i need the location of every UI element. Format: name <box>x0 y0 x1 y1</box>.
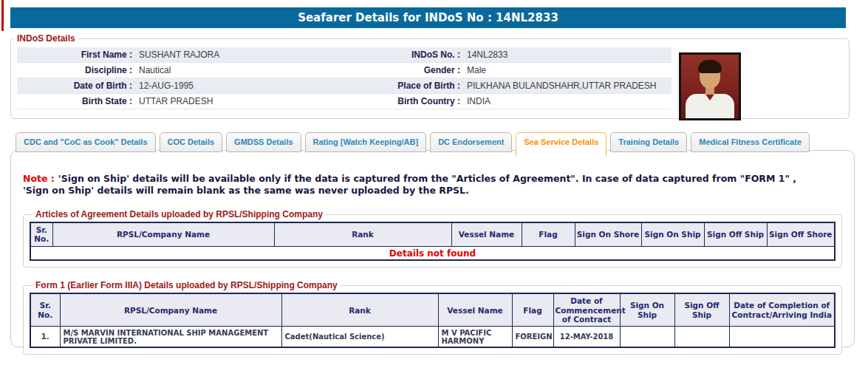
photo-hair <box>698 60 722 73</box>
col-vessel-name: Vessel Name <box>451 222 522 246</box>
col-sr-no: Sr. No. <box>30 293 60 327</box>
date-of-birth-label: Date of Birth : <box>17 78 137 93</box>
indos-row-discipline: Discipline : Nautical Gender : Male <box>17 63 671 78</box>
note-text: Note :'Sign on Ship' details will be ava… <box>23 173 813 197</box>
cell-flag: FOREIGN <box>512 327 553 347</box>
articles-of-agreement-section: Articles of Agreement Details uploaded b… <box>23 209 842 268</box>
form1-header-row: Sr. No. RPSL/Company Name Rank Vessel Na… <box>30 293 835 327</box>
col-flag: Flag <box>522 222 575 246</box>
col-sign-off-ship: Sign Off Ship <box>674 293 729 327</box>
cell-date-commencement: 12-MAY-2018 <box>553 327 620 347</box>
first-name-label: First Name : <box>17 47 137 62</box>
indos-no-value: 14NL2833 <box>465 47 671 62</box>
cell-sign-off-ship <box>674 327 729 347</box>
tab-training-details[interactable]: Training Details <box>610 132 687 152</box>
first-name-value: SUSHANT RAJORA <box>137 47 338 62</box>
form1-data-row: 1. M/S MARVIN INTERNATIONAL SHIP MANAGEM… <box>30 327 835 347</box>
col-rank: Rank <box>274 222 451 246</box>
birth-country-value: INDIA <box>465 94 671 109</box>
col-sign-off-ship: Sign Off Ship <box>704 222 767 246</box>
col-vessel-name: Vessel Name <box>438 293 512 327</box>
articles-of-agreement-legend: Articles of Agreement Details uploaded b… <box>33 209 326 219</box>
left-red-border <box>1 0 4 31</box>
col-flag: Flag <box>512 293 553 327</box>
articles-of-agreement-table: Sr. No. RPSL/Company Name Rank Vessel Na… <box>30 222 835 261</box>
sea-service-panel: CDC and "CoC as Cook" Details COC Detail… <box>10 150 855 347</box>
note-body: 'Sign on Ship' details will be available… <box>23 173 796 196</box>
col-sr-no: Sr. No. <box>30 222 52 246</box>
tab-bar: CDC and "CoC as Cook" Details COC Detail… <box>16 132 810 157</box>
cell-vessel-name: M V PACIFIC HARMONY <box>438 327 512 347</box>
seafarer-photo <box>679 52 741 120</box>
place-of-birth-label: Place of Birth : <box>338 78 465 93</box>
page-title: Seafarer Details for INDoS No : 14NL2833 <box>298 11 558 24</box>
birth-state-label: Birth State : <box>17 94 137 109</box>
col-sign-on-ship: Sign On Ship <box>641 222 704 246</box>
col-date-completion: Date of Completion of Contract/Arriving … <box>729 293 835 327</box>
tab-rating-watch-keeping-ab[interactable]: Rating [Watch Keeping/AB] <box>305 132 427 152</box>
tab-coc-details[interactable]: COC Details <box>160 132 223 152</box>
col-company: RPSL/Company Name <box>60 293 281 327</box>
col-sign-off-shore: Sign Off Shore <box>767 222 835 246</box>
tab-sea-service-details[interactable]: Sea Service Details <box>516 132 606 157</box>
empty-row: Details not found <box>30 246 835 260</box>
indos-details-legend: INDoS Details <box>14 33 78 44</box>
page-title-bar: Seafarer Details for INDoS No : 14NL2833 <box>10 7 846 28</box>
gender-value: Male <box>465 63 671 78</box>
indos-row-birth-date: Date of Birth : 12-AUG-1995 Place of Bir… <box>17 78 671 94</box>
birth-country-label: Birth Country : <box>338 94 465 109</box>
indos-no-label: INDoS No. : <box>338 47 465 62</box>
cell-company: M/S MARVIN INTERNATIONAL SHIP MANAGEMENT… <box>60 327 281 347</box>
cell-sign-on-ship <box>620 327 674 347</box>
cell-date-completion <box>729 327 835 347</box>
discipline-label: Discipline : <box>17 63 137 78</box>
tab-cdc-coc-as-cook-details[interactable]: CDC and "CoC as Cook" Details <box>16 132 156 152</box>
col-sign-on-shore: Sign On Shore <box>575 222 641 246</box>
tab-medical-fitness-certificate[interactable]: Medical Fitness Certificate <box>691 132 810 152</box>
indos-row-birth-state: Birth State : UTTAR PRADESH Birth Countr… <box>17 94 671 109</box>
cell-sr-no: 1. <box>30 327 60 347</box>
date-of-birth-value: 12-AUG-1995 <box>137 78 338 93</box>
cell-rank: Cadet(Nautical Science) <box>281 327 438 347</box>
gender-label: Gender : <box>338 63 465 78</box>
indos-details-section: INDoS Details First Name : SUSHANT RAJOR… <box>10 33 850 119</box>
details-not-found-message: Details not found <box>30 246 835 260</box>
form1-legend: Form 1 (Earlier Form IIIA) Details uploa… <box>33 280 341 290</box>
tab-dc-endorsement[interactable]: DC Endorsement <box>430 132 512 152</box>
discipline-value: Nautical <box>137 63 338 78</box>
tab-gmdss-details[interactable]: GMDSS Details <box>226 132 301 152</box>
indos-row-first-name: First Name : SUSHANT RAJORA INDoS No. : … <box>17 47 671 63</box>
form1-section: Form 1 (Earlier Form IIIA) Details uploa… <box>23 280 842 355</box>
col-rank: Rank <box>281 293 438 327</box>
col-sign-on-ship: Sign On Ship <box>620 293 674 327</box>
col-date-commencement: Date of Commencement of Contract <box>553 293 620 327</box>
form1-table: Sr. No. RPSL/Company Name Rank Vessel Na… <box>30 293 835 348</box>
place-of-birth-value: PILKHANA BULANDSHAHR,UTTAR PRADESH <box>465 78 671 93</box>
birth-state-value: UTTAR PRADESH <box>137 94 338 109</box>
col-company: RPSL/Company Name <box>52 222 274 246</box>
note-prefix: Note : <box>23 173 55 184</box>
articles-header-row: Sr. No. RPSL/Company Name Rank Vessel Na… <box>30 222 835 246</box>
